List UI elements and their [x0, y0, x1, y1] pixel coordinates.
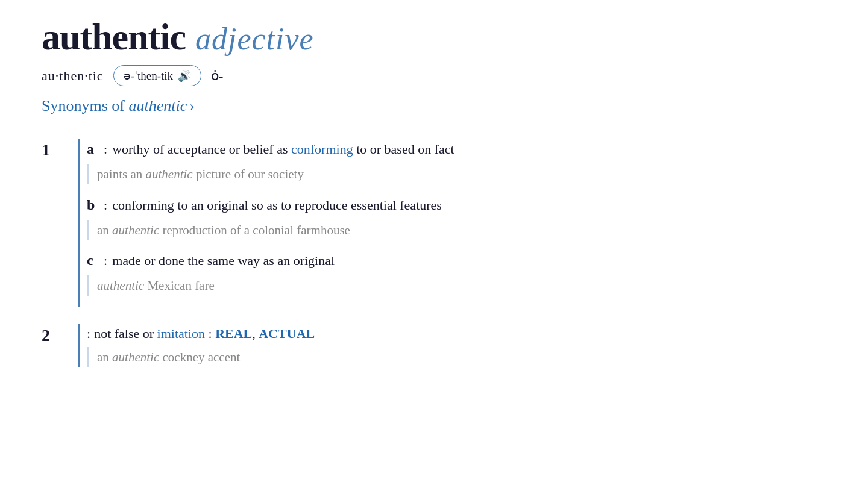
example-line-c: authentic Mexican fare	[87, 275, 802, 296]
definition-entry-1: 1 a : worthy of acceptance or belief as …	[42, 139, 802, 307]
synonyms-link[interactable]: Synonyms of authentic›	[42, 97, 195, 115]
synonyms-link-word: authentic	[128, 97, 187, 114]
def-sub-entries-1: a : worthy of acceptance or belief as co…	[80, 139, 802, 296]
def-text-b: conforming to an original so as to repro…	[112, 195, 442, 215]
def-content-1: a : worthy of acceptance or belief as co…	[78, 139, 802, 307]
def-label-line-a: a : worthy of acceptance or belief as co…	[87, 139, 802, 159]
def-colon-a: :	[104, 142, 107, 157]
def-text-b-content: conforming to an original so as to repro…	[112, 198, 442, 213]
example-after-2: cockney accent	[159, 350, 240, 364]
example-text-a: paints an authentic picture of our socie…	[97, 164, 304, 184]
synonyms-link-prefix: Synonyms of	[42, 97, 128, 114]
example-text-2: an authentic cockney accent	[97, 347, 240, 368]
def-text-a: worthy of acceptance or belief as confor…	[112, 139, 454, 159]
def-link-real[interactable]: REAL	[215, 326, 252, 341]
example-after-b: reproduction of a colonial farmhouse	[159, 223, 350, 237]
def-colon-c: :	[104, 253, 107, 269]
example-italic-c: authentic	[97, 278, 144, 293]
example-after-c: Mexican fare	[144, 278, 215, 293]
def-text-2: not false or imitation : REAL, ACTUAL	[94, 324, 315, 343]
synonyms-chevron-icon: ›	[189, 97, 195, 114]
syllable-text: au·then·tic	[42, 68, 104, 84]
def-sub-entry-b: b : conforming to an original so as to r…	[80, 195, 802, 240]
example-bar-c	[87, 275, 89, 296]
def-letter-b: b	[87, 197, 99, 213]
word-title-line: authentic adjective	[42, 18, 802, 57]
pronunciation-line: au·then·tic ə-ˈthen-tik 🔊 ȯ-	[42, 65, 802, 86]
example-italic-b: authentic	[112, 223, 159, 237]
def-number-1: 1	[42, 139, 78, 307]
def-link-imitation[interactable]: imitation	[157, 326, 205, 341]
pronunciation-bubble[interactable]: ə-ˈthen-tik 🔊	[113, 65, 201, 86]
def-text-c: made or done the same way as an original	[112, 251, 335, 271]
def-letter-a: a	[87, 141, 99, 157]
definitions-section: 1 a : worthy of acceptance or belief as …	[42, 139, 802, 367]
def-sub-entry-a: a : worthy of acceptance or belief as co…	[80, 139, 802, 184]
def-content-2: : not false or imitation : REAL, ACTUAL …	[78, 324, 802, 368]
example-bar-2	[87, 347, 89, 368]
alt-pronunciation: ȯ-	[211, 68, 223, 84]
example-before-a: paints an	[97, 167, 145, 181]
def-text-2-middle: :	[205, 326, 215, 341]
example-after-a: picture of our society	[193, 167, 304, 181]
def-text-c-content: made or done the same way as an original	[112, 253, 335, 268]
def-text-2-before: not false or	[94, 326, 157, 341]
def-text-2-comma: ,	[252, 326, 259, 341]
word-main: authentic	[42, 18, 186, 55]
def-link-conforming[interactable]: conforming	[291, 142, 353, 157]
def-text-a-after: to or based on fact	[353, 142, 454, 157]
example-bar-a	[87, 164, 89, 184]
def-letter-c: c	[87, 252, 99, 269]
word-pos: adjective	[195, 21, 314, 57]
def-colon-2: :	[87, 326, 90, 342]
example-bar-b	[87, 220, 89, 240]
def-sub-entry-c: c : made or done the same way as an orig…	[80, 251, 802, 296]
example-text-c: authentic Mexican fare	[97, 275, 215, 296]
def-label-line-b: b : conforming to an original so as to r…	[87, 195, 802, 215]
example-line-2: an authentic cockney accent	[87, 347, 802, 368]
def-number-2: 2	[42, 324, 78, 368]
def-colon-b: :	[104, 198, 107, 213]
speaker-icon[interactable]: 🔊	[178, 69, 191, 83]
example-text-b: an authentic reproduction of a colonial …	[97, 220, 350, 240]
example-italic-2: authentic	[112, 350, 159, 364]
phonetic-text: ə-ˈthen-tik	[124, 69, 173, 83]
definition-entry-2: 2 : not false or imitation : REAL, ACTUA…	[42, 324, 802, 368]
def-text-a-before: worthy of acceptance or belief as	[112, 142, 291, 157]
example-before-2: an	[97, 350, 112, 364]
def-label-line-c: c : made or done the same way as an orig…	[87, 251, 802, 271]
word-header: authentic adjective au·then·tic ə-ˈthen-…	[42, 18, 802, 86]
def-link-actual[interactable]: ACTUAL	[259, 326, 315, 341]
example-line-b: an authentic reproduction of a colonial …	[87, 220, 802, 240]
example-before-b: an	[97, 223, 112, 237]
example-line-a: paints an authentic picture of our socie…	[87, 164, 802, 184]
example-italic-a: authentic	[145, 167, 192, 181]
def-main-line-2: : not false or imitation : REAL, ACTUAL	[87, 324, 802, 343]
